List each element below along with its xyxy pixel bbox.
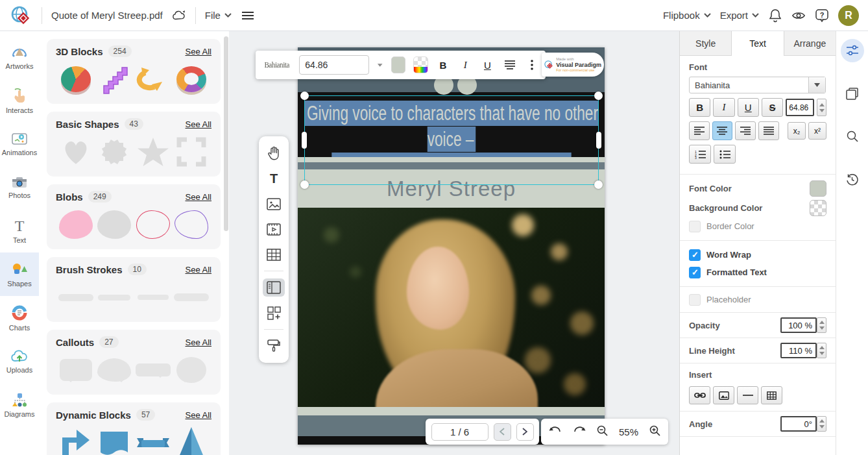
more-options-button[interactable] bbox=[525, 56, 539, 73]
numbered-list-button[interactable]: 123 bbox=[689, 145, 711, 164]
document-page[interactable]: Giving voice to characters that have no … bbox=[298, 47, 605, 445]
align-center-button[interactable] bbox=[712, 121, 733, 140]
font-size-input[interactable] bbox=[786, 99, 814, 116]
see-all-link[interactable]: See All bbox=[186, 265, 211, 275]
underline-button[interactable]: U bbox=[480, 56, 494, 73]
angle-stepper[interactable] bbox=[817, 416, 826, 432]
format-painter-tool[interactable] bbox=[263, 337, 285, 355]
shape-3d-curved-arrow[interactable] bbox=[134, 62, 172, 97]
zoom-out-button[interactable] bbox=[597, 425, 608, 439]
pan-hand-tool[interactable] bbox=[263, 144, 285, 162]
toolbar-font-name[interactable]: Bahianita bbox=[264, 60, 289, 70]
shape-star[interactable] bbox=[134, 134, 172, 169]
panel-scrollbar[interactable] bbox=[224, 34, 229, 452]
canvas-area[interactable]: Giving voice to characters that have no … bbox=[229, 31, 679, 455]
shape-blob-outline-purple[interactable] bbox=[173, 207, 210, 242]
shape-frame-brackets[interactable] bbox=[173, 134, 210, 169]
sidebar-item-uploads[interactable]: Uploads bbox=[0, 339, 39, 383]
background-color-swatch[interactable] bbox=[810, 200, 826, 216]
search-panel-button[interactable] bbox=[841, 125, 864, 148]
shape-bent-arrow[interactable] bbox=[57, 425, 95, 455]
components-tool[interactable] bbox=[263, 304, 285, 322]
pages-panel-button[interactable] bbox=[841, 82, 864, 105]
hamburger-menu-icon[interactable] bbox=[241, 8, 255, 23]
selection-handle-bottom-right[interactable] bbox=[594, 180, 603, 189]
font-size-dropdown-icon[interactable] bbox=[377, 63, 383, 68]
zoom-level-value[interactable]: 55% bbox=[619, 426, 638, 437]
font-color-swatch[interactable] bbox=[810, 180, 826, 197]
see-all-link[interactable]: See All bbox=[186, 410, 211, 420]
shape-blob-gray[interactable] bbox=[95, 207, 133, 242]
flipbook-menu[interactable]: Flipbook bbox=[663, 10, 711, 21]
underline-button[interactable]: U bbox=[738, 98, 759, 117]
sidebar-item-charts[interactable]: Charts bbox=[0, 296, 39, 339]
align-right-button[interactable] bbox=[735, 121, 756, 140]
line-height-stepper[interactable] bbox=[817, 343, 826, 358]
subscript-button[interactable]: x₂ bbox=[788, 122, 806, 140]
selection-handle-top-left[interactable] bbox=[300, 92, 309, 100]
layout-tool[interactable] bbox=[263, 278, 285, 297]
sidebar-item-diagrams[interactable]: Diagrams bbox=[0, 383, 39, 426]
export-menu[interactable]: Export bbox=[720, 10, 759, 21]
bullet-list-button[interactable] bbox=[714, 145, 736, 164]
font-family-dropdown-icon[interactable] bbox=[808, 77, 825, 93]
font-size-stepper[interactable] bbox=[817, 99, 826, 116]
shape-blob-pink[interactable] bbox=[57, 207, 95, 242]
notifications-bell-icon[interactable] bbox=[768, 8, 782, 23]
shape-3d-donut[interactable] bbox=[173, 62, 210, 97]
shape-heart[interactable] bbox=[57, 134, 95, 169]
shape-pyramid[interactable] bbox=[173, 425, 210, 455]
sidebar-item-animations[interactable]: Animations bbox=[0, 122, 39, 166]
shape-brush-stroke[interactable] bbox=[134, 280, 172, 315]
toolbar-font-size-input[interactable] bbox=[299, 55, 369, 75]
text-tool[interactable]: T bbox=[263, 169, 285, 188]
text-selection-box[interactable] bbox=[304, 95, 599, 185]
opacity-input[interactable] bbox=[780, 317, 817, 333]
shape-3d-stairs[interactable] bbox=[95, 62, 133, 97]
shape-blob-outline-red[interactable] bbox=[134, 207, 172, 242]
insert-link-button[interactable] bbox=[689, 386, 710, 404]
properties-toggle-button[interactable] bbox=[841, 39, 864, 62]
shape-3d-pie[interactable] bbox=[57, 62, 95, 97]
align-left-button[interactable] bbox=[689, 121, 710, 140]
sidebar-item-shapes[interactable]: Shapes bbox=[0, 252, 39, 296]
see-all-link[interactable]: See All bbox=[186, 338, 211, 347]
see-all-link[interactable]: See All bbox=[186, 119, 211, 129]
align-justify-button[interactable] bbox=[758, 121, 779, 140]
shape-starburst[interactable] bbox=[95, 134, 133, 169]
cloud-sync-icon[interactable] bbox=[172, 8, 186, 23]
sidebar-item-text[interactable]: T Text bbox=[0, 209, 39, 252]
line-height-input[interactable] bbox=[780, 343, 817, 358]
page-indicator-input[interactable] bbox=[431, 423, 488, 441]
bold-button[interactable]: B bbox=[689, 98, 710, 117]
file-menu[interactable]: File bbox=[205, 10, 232, 21]
italic-button[interactable]: I bbox=[458, 56, 472, 73]
selection-handle-bottom-left[interactable] bbox=[300, 180, 309, 189]
undo-button[interactable] bbox=[549, 425, 562, 438]
history-panel-button[interactable] bbox=[841, 167, 864, 191]
user-avatar[interactable]: R bbox=[838, 5, 859, 26]
selection-handle-top-right[interactable] bbox=[594, 92, 603, 100]
table-tool[interactable] bbox=[263, 245, 285, 264]
formatted-text-checkbox[interactable] bbox=[689, 267, 701, 278]
tab-text[interactable]: Text bbox=[732, 31, 784, 56]
shape-brush-stroke[interactable] bbox=[173, 280, 210, 315]
align-button[interactable] bbox=[503, 56, 517, 73]
opacity-stepper[interactable] bbox=[817, 317, 826, 333]
preview-eye-icon[interactable] bbox=[791, 8, 806, 23]
strikethrough-button[interactable]: S bbox=[762, 98, 783, 117]
placeholder-checkbox[interactable] bbox=[689, 294, 701, 306]
angle-input[interactable] bbox=[780, 416, 817, 432]
shape-callout-round[interactable] bbox=[95, 352, 133, 387]
insert-image-button[interactable] bbox=[713, 386, 734, 404]
shape-ribbon[interactable] bbox=[134, 425, 172, 455]
tab-arrange[interactable]: Arrange bbox=[784, 31, 836, 56]
shape-banner[interactable] bbox=[95, 425, 133, 455]
insert-line-button[interactable] bbox=[737, 386, 758, 404]
word-wrap-checkbox[interactable] bbox=[689, 249, 701, 261]
highlight-color-swatch[interactable] bbox=[413, 56, 428, 73]
tab-style[interactable]: Style bbox=[680, 31, 732, 56]
sidebar-item-photos[interactable]: Photos bbox=[0, 166, 39, 209]
help-icon[interactable]: ? bbox=[815, 8, 829, 23]
shape-callout-ellipse[interactable] bbox=[173, 352, 210, 387]
